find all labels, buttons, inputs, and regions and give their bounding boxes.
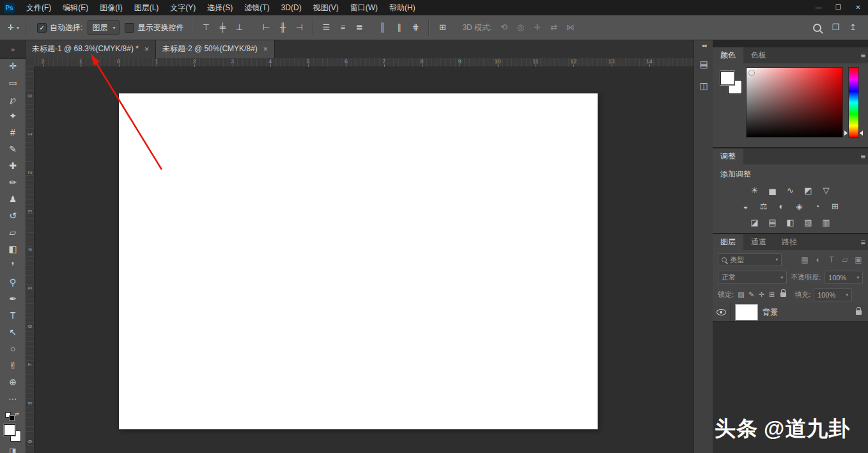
align-and-distribute-icon[interactable]: ⊞ (435, 20, 449, 35)
panel-menu-icon[interactable]: ≡ (860, 51, 865, 60)
move-tool[interactable]: ✛ (4, 61, 22, 71)
menu-item[interactable]: 文件(F) (20, 0, 57, 15)
quick-mask-icon[interactable]: ◨ (0, 447, 26, 453)
distribute-bottom-edges-icon[interactable]: ≣ (352, 20, 366, 35)
show-transform-checkbox[interactable] (125, 23, 134, 33)
edit-toolbar-icon[interactable]: ⋯ (4, 393, 22, 404)
menu-item[interactable]: 图像(I) (94, 0, 128, 15)
crop-tool[interactable]: # (4, 127, 22, 138)
lock-transparent-pixels-icon[interactable]: ▨ (737, 290, 745, 299)
zoom-tool[interactable]: ⊕ (4, 377, 22, 387)
align-right-edges-icon[interactable]: ⊣ (292, 20, 306, 35)
blend-mode-dropdown[interactable]: 正常 ▾ (718, 271, 787, 284)
3d-rotate-icon[interactable]: ⟲ (497, 20, 511, 35)
quick-selection-tool[interactable]: ✦ (4, 111, 22, 121)
fill-dropdown[interactable]: 100% ▾ (814, 288, 852, 301)
document-tab-2[interactable]: 未标题-2 @ 50%(CMYK/8#) × (156, 40, 275, 58)
menu-item[interactable]: 视图(V) (307, 0, 345, 15)
current-tool-badge[interactable]: ✛ ▾ (8, 23, 19, 32)
pen-tool[interactable]: ✒ (4, 294, 22, 304)
gradient-map-icon[interactable]: ▨ (802, 217, 814, 228)
align-left-edges-icon[interactable]: ⊢ (259, 20, 273, 35)
canvas-pasteboard[interactable] (34, 67, 694, 453)
lock-artboard-icon[interactable]: ⊞ (768, 290, 776, 299)
default-colors-icon[interactable]: ⇄ (5, 412, 19, 421)
threshold-icon[interactable]: ◧ (784, 217, 796, 228)
align-bottom-edges-icon[interactable]: ⊥ (232, 20, 246, 35)
document-tab-1[interactable]: 未标题-1 @ 68.3%(CMYK/8#) * × (26, 40, 156, 58)
ellipse-tool[interactable]: ○ (4, 344, 22, 354)
eyedropper-tool[interactable]: ✎ (4, 144, 22, 154)
layer-visibility-toggle[interactable] (713, 303, 731, 321)
ruler-corner[interactable] (26, 58, 35, 67)
dodge-tool[interactable]: ⚲ (4, 277, 22, 287)
panel-menu-icon[interactable]: ≡ (860, 237, 865, 247)
selective-color-icon[interactable]: ▥ (820, 217, 832, 228)
libraries-panel-icon[interactable]: ◫ (699, 81, 708, 91)
menu-item[interactable]: 选择(S) (201, 0, 238, 15)
clone-stamp-tool[interactable]: ♟ (4, 194, 22, 204)
hue-saturation-icon[interactable]: ◒ (740, 201, 752, 212)
distribute-left-edges-icon[interactable]: ║ (375, 20, 389, 35)
close-icon[interactable]: × (144, 45, 149, 53)
hand-tool[interactable]: ✌ (4, 360, 22, 370)
menu-item[interactable]: 文字(Y) (164, 0, 201, 15)
hue-slider[interactable] (848, 67, 859, 138)
history-brush-tool[interactable]: ↺ (4, 211, 22, 221)
lasso-tool[interactable]: ℘ (4, 94, 22, 104)
swap-colors-icon[interactable]: ⇄ (15, 411, 19, 417)
curves-icon[interactable]: ∿ (784, 185, 796, 196)
close-button[interactable]: ✕ (848, 0, 868, 15)
blur-tool[interactable]: ❜ (4, 260, 22, 271)
vertical-ruler[interactable]: 0123456789 (26, 67, 35, 453)
color-lookup-icon[interactable]: ⊞ (829, 201, 841, 212)
minimize-button[interactable]: — (809, 0, 828, 15)
auto-select-target-dropdown[interactable]: 图层 ▾ (88, 20, 120, 35)
invert-icon[interactable]: ◪ (748, 217, 761, 228)
menu-item[interactable]: 3D(D) (275, 0, 307, 15)
panel-menu-icon[interactable]: ≡ (860, 152, 865, 161)
vibrance-icon[interactable]: ▽ (820, 185, 832, 196)
photoshop-app-icon[interactable]: Ps (4, 3, 15, 13)
hue-slider-marker[interactable] (844, 131, 848, 136)
menu-item[interactable]: 帮助(H) (384, 0, 421, 15)
color-balance-icon[interactable]: ⚖ (757, 201, 770, 212)
distribute-vertical-centers-icon[interactable]: ≡ (336, 20, 350, 35)
menu-item[interactable]: 滤镜(T) (238, 0, 275, 15)
black-white-icon[interactable]: ◐ (775, 201, 787, 212)
properties-panel-icon[interactable]: ▤ (699, 59, 708, 69)
eraser-tool[interactable]: ▱ (4, 227, 22, 237)
align-vertical-centers-icon[interactable]: ╪ (215, 20, 229, 35)
workspace-switcher-icon[interactable]: ❐ (832, 20, 839, 35)
tab-color[interactable]: 颜色 (713, 47, 743, 63)
posterize-icon[interactable]: ▤ (766, 217, 779, 228)
layer-row-background[interactable]: 背景 (713, 303, 868, 322)
3d-scale-icon[interactable]: ⋈ (563, 20, 577, 35)
layer-thumbnail[interactable] (735, 304, 758, 321)
foreground-color-swatch[interactable] (4, 424, 15, 436)
tab-channels[interactable]: 通道 (743, 234, 774, 250)
menu-item[interactable]: 图层(L) (128, 0, 165, 15)
channel-mixer-icon[interactable]: ◔ (811, 201, 823, 212)
gradient-tool[interactable]: ◧ (4, 244, 22, 254)
document-canvas[interactable] (119, 93, 598, 429)
auto-select-checkbox[interactable]: ✓ (37, 23, 47, 33)
path-selection-tool[interactable]: ↖ (4, 327, 22, 337)
filter-type-layers-icon[interactable]: T (827, 255, 836, 264)
type-tool[interactable]: T (4, 310, 22, 321)
tab-swatches[interactable]: 色板 (743, 47, 774, 63)
distribute-right-edges-icon[interactable]: ⋕ (408, 20, 422, 35)
toolbar-collapse-button[interactable]: » (0, 40, 26, 59)
3d-drag-icon[interactable]: ✛ (530, 20, 544, 35)
3d-slide-icon[interactable]: ⇄ (546, 20, 561, 35)
photo-filter-icon[interactable]: ◈ (793, 201, 805, 212)
tab-adjustments[interactable]: 调整 (713, 148, 743, 164)
layer-filter-type-dropdown[interactable]: 类型 ▾ (718, 253, 782, 266)
close-icon[interactable]: × (263, 45, 268, 53)
brush-tool[interactable]: ✏ (4, 177, 22, 187)
brightness-contrast-icon[interactable]: ☀ (748, 185, 761, 196)
search-icon[interactable] (813, 24, 821, 32)
filter-shape-layers-icon[interactable]: ▱ (841, 255, 849, 264)
filter-adjustment-layers-icon[interactable]: ◐ (814, 255, 823, 264)
rectangular-marquee-tool[interactable]: ▭ (4, 77, 22, 88)
